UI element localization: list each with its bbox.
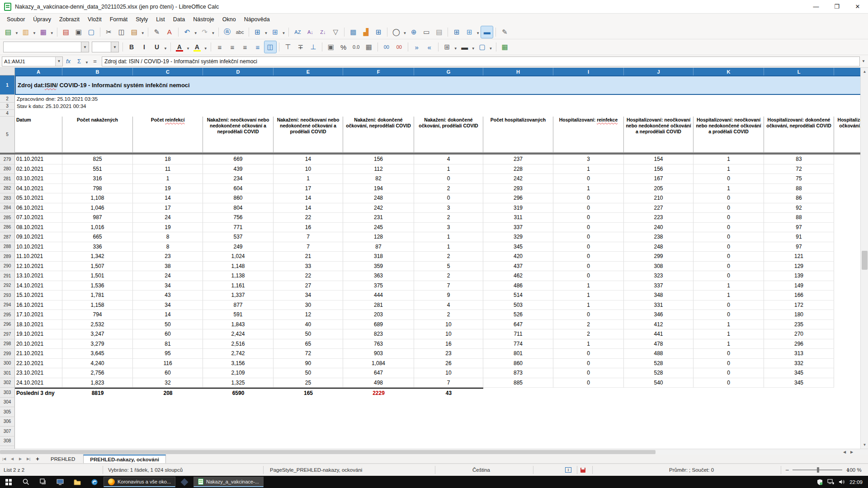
- grid-cell[interactable]: 804: [203, 203, 274, 213]
- total-cell[interactable]: 6590: [203, 388, 274, 398]
- name-box[interactable]: A1:AMJ1 ▼: [2, 56, 63, 66]
- grid-cell[interactable]: 0: [553, 378, 624, 388]
- freeze-panes-dropdown-button[interactable]: ⊞: [463, 26, 475, 38]
- grid-cell[interactable]: 1,016: [62, 223, 133, 233]
- grid-cell[interactable]: 3: [414, 223, 483, 233]
- grid-cell[interactable]: 22: [274, 271, 343, 281]
- grid-cell[interactable]: 1: [553, 300, 624, 310]
- grid-cell[interactable]: 551: [62, 164, 133, 174]
- grid-cell[interactable]: 823: [343, 329, 414, 339]
- scroll-right-icon[interactable]: ▶: [848, 449, 855, 455]
- row-header-294[interactable]: 294: [0, 300, 15, 310]
- grid-cell[interactable]: 0: [693, 223, 764, 233]
- taskbar-button-firefox[interactable]: Koronavirus a vše oko...: [104, 477, 175, 487]
- search-icon[interactable]: [17, 476, 34, 488]
- grid-cell[interactable]: 0: [553, 359, 624, 369]
- column-header-K[interactable]: K: [693, 68, 764, 75]
- grid-cell[interactable]: 0: [693, 213, 764, 223]
- grid-cell[interactable]: 0: [553, 203, 624, 213]
- grid-cell[interactable]: 7: [274, 232, 343, 242]
- column-header-I[interactable]: I: [553, 68, 624, 75]
- grid-cell[interactable]: 462: [483, 271, 553, 281]
- grid-cell[interactable]: 2,109: [203, 368, 274, 378]
- add-decimal-button[interactable]: 00: [381, 41, 392, 53]
- grid-cell[interactable]: 01.10.2021: [15, 155, 62, 164]
- copy-button[interactable]: ◫: [116, 26, 127, 38]
- table-header-cell[interactable]: Hospitalizovaní: dokončené očkování, pro…: [834, 117, 860, 153]
- volume-icon[interactable]: [839, 479, 845, 485]
- sort-button[interactable]: AZ: [292, 26, 303, 38]
- grid-cell[interactable]: 156: [343, 155, 414, 164]
- grid-cell[interactable]: 12: [274, 310, 343, 320]
- menu-pravy[interactable]: Úpravy: [29, 15, 55, 24]
- grid-cell[interactable]: 2: [414, 252, 483, 262]
- sheet-nav-last-icon[interactable]: ▶|: [24, 455, 33, 463]
- grid-cell[interactable]: 439: [203, 164, 274, 174]
- row-header-293[interactable]: 293: [0, 291, 15, 300]
- print-preview-button[interactable]: ▢: [85, 26, 97, 38]
- grid-cell[interactable]: 0: [553, 252, 624, 262]
- grid-cell[interactable]: 205: [624, 184, 693, 194]
- grid-cell[interactable]: 296: [483, 193, 553, 203]
- grid-cell[interactable]: 1,108: [62, 193, 133, 203]
- grid-cell[interactable]: 1: [414, 242, 483, 252]
- grid-cell[interactable]: 1: [693, 281, 764, 291]
- row-header-290[interactable]: 290: [0, 262, 15, 272]
- file-explorer-icon[interactable]: [69, 476, 86, 488]
- grid-cell[interactable]: 1: [414, 164, 483, 174]
- grid-cell[interactable]: 1: [693, 164, 764, 174]
- ellipse-button[interactable]: ◯: [390, 26, 402, 38]
- name-box-dropdown-icon[interactable]: ▼: [55, 57, 62, 66]
- grid-cell[interactable]: 92: [764, 203, 834, 213]
- row-header-304[interactable]: 304: [0, 398, 15, 408]
- grid-cell[interactable]: 242: [483, 174, 553, 184]
- paste-button-dropdown-icon[interactable]: ▼: [141, 31, 145, 35]
- grid-cell[interactable]: 5: [414, 262, 483, 272]
- grid-cell[interactable]: 128: [343, 232, 414, 242]
- grid-cell[interactable]: 228: [483, 164, 553, 174]
- grid-cell[interactable]: 0: [553, 271, 624, 281]
- grid-cell[interactable]: 665: [62, 232, 133, 242]
- zoom-slider[interactable]: − +: [785, 464, 849, 476]
- row-header-297[interactable]: 297: [0, 329, 15, 339]
- grid-cell[interactable]: 14: [274, 203, 343, 213]
- grid-cell[interactable]: 02.10.2021: [15, 164, 62, 174]
- font-name-dropdown-icon[interactable]: ▼: [81, 42, 89, 52]
- grid-cell[interactable]: 04.10.2021: [15, 184, 62, 194]
- grid-cell[interactable]: 323: [624, 271, 693, 281]
- row-header-1[interactable]: 1: [0, 75, 15, 95]
- grid-cell[interactable]: 1: [553, 281, 624, 291]
- grid-cell[interactable]: 0: [553, 349, 624, 359]
- total-cell[interactable]: 165: [274, 388, 343, 398]
- grid-cell[interactable]: 1: [553, 184, 624, 194]
- insert-image-button[interactable]: ▩: [347, 26, 359, 38]
- format-date-button[interactable]: ▦: [363, 41, 375, 53]
- grid-cell[interactable]: 540: [624, 378, 693, 388]
- row-header-299[interactable]: 299: [0, 349, 15, 359]
- grid-cell[interactable]: 75: [764, 174, 834, 184]
- undo-button[interactable]: ↶: [181, 26, 193, 38]
- clear-formatting-button[interactable]: A: [164, 26, 175, 38]
- grid-cell[interactable]: 72: [274, 349, 343, 359]
- grid-cell[interactable]: 437: [483, 262, 553, 272]
- table-header-cell[interactable]: Hospitalizovaní: neočkovaní nebo nedokon…: [624, 117, 693, 153]
- align-bottom-button[interactable]: ⊥: [307, 41, 319, 53]
- grid-cell[interactable]: 08.10.2021: [15, 223, 62, 233]
- grid-cell[interactable]: 97: [764, 242, 834, 252]
- add-sheet-button[interactable]: +: [33, 455, 42, 463]
- row-header-305[interactable]: 305: [0, 407, 15, 417]
- font-name-combo[interactable]: ▼: [3, 42, 89, 52]
- grid-cell[interactable]: 12.10.2021: [15, 262, 62, 272]
- row-header-298[interactable]: 298: [0, 339, 15, 349]
- row-header-303[interactable]: 303: [0, 388, 15, 398]
- border-color-button[interactable]: ▢: [476, 41, 488, 53]
- menu-npovda[interactable]: Nápověda: [240, 15, 274, 24]
- grid-cell[interactable]: 24: [133, 213, 203, 223]
- grid-cell[interactable]: 231: [343, 213, 414, 223]
- row-header-281[interactable]: 281: [0, 174, 15, 184]
- select-all-corner[interactable]: [0, 68, 15, 75]
- grid-cell[interactable]: 0: [553, 242, 624, 252]
- row-header-302[interactable]: 302: [0, 378, 15, 388]
- grid-cell[interactable]: 331: [624, 300, 693, 310]
- grid-cell[interactable]: 0: [553, 262, 624, 272]
